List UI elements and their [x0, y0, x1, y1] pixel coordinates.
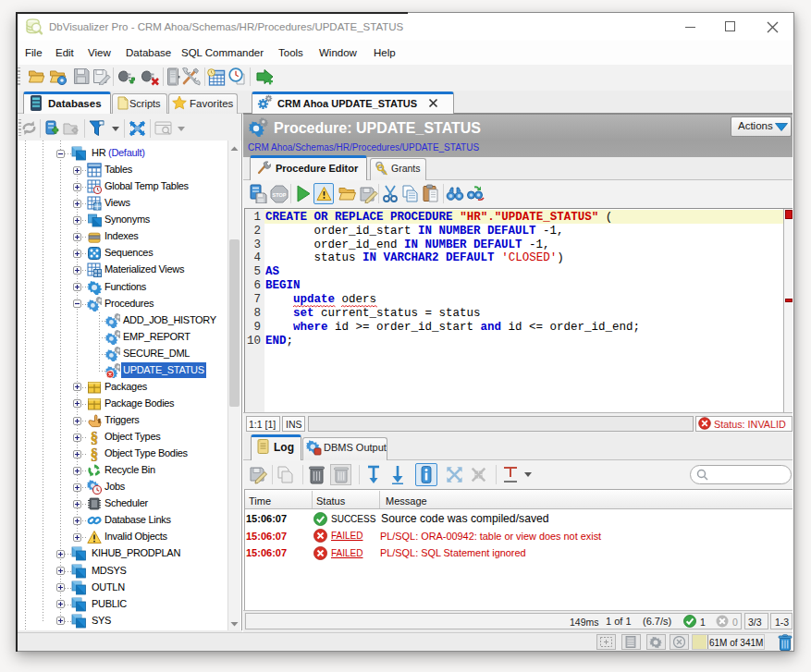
svg-text:STOP: STOP: [273, 192, 287, 198]
